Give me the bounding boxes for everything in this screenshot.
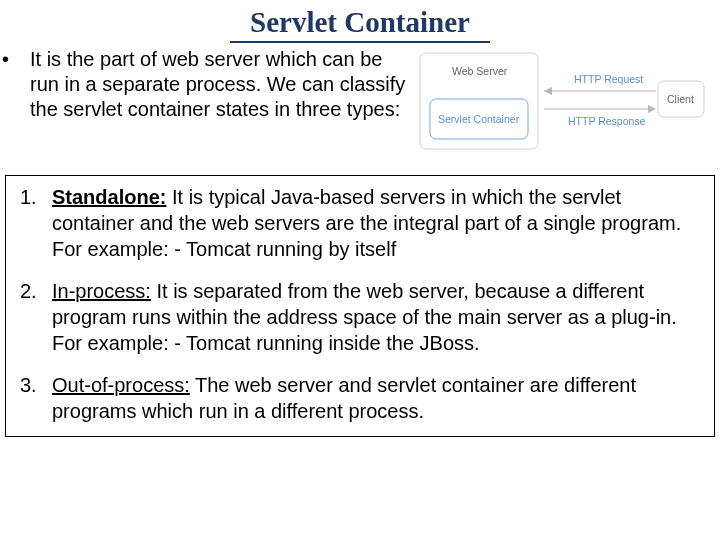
diagram-client-label: Client [667,93,694,105]
architecture-diagram: Web Server Servlet Container Client HTTP… [418,51,708,161]
diagram-servlet-container-label: Servlet Container [438,113,520,125]
list-item: 2. In-process: It is separated from the … [16,278,704,356]
diagram-http-request-label: HTTP Request [574,73,643,85]
intro-text: •It is the part of web server which can … [16,47,406,122]
intro-row: •It is the part of web server which can … [0,47,720,161]
svg-marker-4 [544,87,552,95]
item-heading: Out-of-process: [52,374,190,396]
types-list-box: 1. Standalone: It is typical Java-based … [5,175,715,437]
list-number: 2. [16,278,52,356]
diagram-http-response-label: HTTP Response [568,115,646,127]
list-item: 3. Out-of-process: The web server and se… [16,372,704,424]
list-number: 3. [16,372,52,424]
list-number: 1. [16,184,52,262]
svg-marker-6 [648,105,656,113]
slide-title: Servlet Container [230,0,490,43]
list-body: In-process: It is separated from the web… [52,278,704,356]
item-heading: Standalone: [52,186,166,208]
list-body: Standalone: It is typical Java-based ser… [52,184,704,262]
list-item: 1. Standalone: It is typical Java-based … [16,184,704,262]
list-body: Out-of-process: The web server and servl… [52,372,704,424]
bullet-icon: • [16,47,30,72]
diagram-web-server-label: Web Server [452,65,508,77]
item-heading: In-process: [52,280,151,302]
intro-body: It is the part of web server which can b… [30,48,405,120]
